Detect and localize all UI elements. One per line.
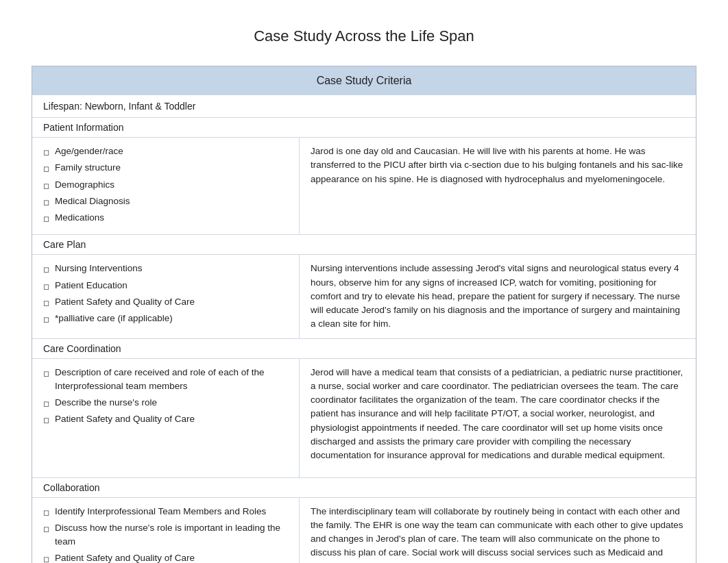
bullet-icon: ◻ [43,197,49,208]
criteria-header: Case Study Criteria [32,66,696,95]
bullet-icon: ◻ [43,213,49,225]
care-plan-label: Care Plan [32,235,696,255]
lifespan-row: Lifespan: Newborn, Infant & Toddler [32,95,696,118]
collaboration-right: The interdisciplinary team will collabor… [300,498,696,564]
bullet-icon: ◻ [43,507,49,518]
bullet-icon: ◻ [43,281,49,292]
collaboration-label: Collaboration [32,478,696,498]
collaboration-content-row: ◻ Identify Interprofessional Team Member… [32,498,696,564]
care-coordination-content-row: ◻ Description of care received and role … [32,359,696,478]
bullet-text: *palliative care (if applicable) [55,312,173,325]
page-title: Case Study Across the Life Span [0,27,728,45]
list-item: ◻ Describe the nurse's role [43,396,288,410]
bullet-icon: ◻ [43,414,49,426]
bullet-text: Patient Education [55,279,128,292]
bullet-text: Describe the nurse's role [55,396,157,410]
list-item: ◻ Patient Safety and Quality of Care [43,295,288,309]
main-table: Case Study Criteria Lifespan: Newborn, I… [32,66,696,563]
extra-space [43,429,288,471]
bullet-icon: ◻ [43,163,49,175]
bullet-text: Medical Diagnosis [55,195,130,208]
bullet-icon: ◻ [43,398,49,410]
care-coordination-left: ◻ Description of care received and role … [32,359,300,477]
patient-info-left: ◻ Age/gender/race ◻ Family structure ◻ D… [32,138,300,234]
care-coordination-right: Jerod will have a medical team that cons… [300,359,696,477]
patient-info-content-row: ◻ Age/gender/race ◻ Family structure ◻ D… [32,138,696,235]
list-item: ◻ Patient Safety and Quality of Care [43,551,288,563]
list-item: ◻ Age/gender/race [43,145,288,158]
bullet-text: Family structure [55,161,121,175]
list-item: ◻ Identify Interprofessional Team Member… [43,505,288,518]
patient-info-right: Jarod is one day old and Caucasian. He w… [300,138,696,234]
bullet-icon: ◻ [43,147,49,158]
list-item: ◻ Medications [43,211,288,225]
patient-info-label: Patient Information [32,118,696,138]
bullet-icon: ◻ [43,368,49,379]
list-item: ◻ Patient Education [43,279,288,292]
bullet-icon: ◻ [43,180,49,192]
bullet-text: Patient Safety and Quality of Care [55,551,195,563]
bullet-icon: ◻ [43,264,49,275]
bullet-text: Medications [55,211,104,225]
care-coordination-label: Care Coordination [32,339,696,359]
list-item: ◻ Patient Safety and Quality of Care [43,412,288,426]
bullet-text: Patient Safety and Quality of Care [55,412,195,426]
list-item: ◻ Description of care received and role … [43,366,288,394]
list-item: ◻ Demographics [43,178,288,192]
bullet-icon: ◻ [43,314,49,325]
list-item: ◻ Nursing Interventions [43,262,288,275]
bullet-text: Age/gender/race [55,145,123,158]
care-plan-right: Nursing interventions include assessing … [300,255,696,338]
bullet-icon: ◻ [43,523,49,535]
list-item: ◻ Discuss how the nurse's role is import… [43,521,288,549]
care-plan-left: ◻ Nursing Interventions ◻ Patient Educat… [32,255,300,338]
bullet-text: Patient Safety and Quality of Care [55,295,195,309]
collaboration-left: ◻ Identify Interprofessional Team Member… [32,498,300,564]
bullet-icon: ◻ [43,553,49,563]
list-item: ◻ *palliative care (if applicable) [43,312,288,325]
bullet-text: Description of care received and role of… [55,366,288,394]
list-item: ◻ Family structure [43,161,288,175]
bullet-text: Nursing Interventions [55,262,143,275]
care-plan-content-row: ◻ Nursing Interventions ◻ Patient Educat… [32,255,696,338]
bullet-text: Identify Interprofessional Team Members … [55,505,266,518]
bullet-text: Discuss how the nurse's role is importan… [55,521,288,549]
bullet-icon: ◻ [43,297,49,309]
list-item: ◻ Medical Diagnosis [43,195,288,208]
bullet-text: Demographics [55,178,114,192]
